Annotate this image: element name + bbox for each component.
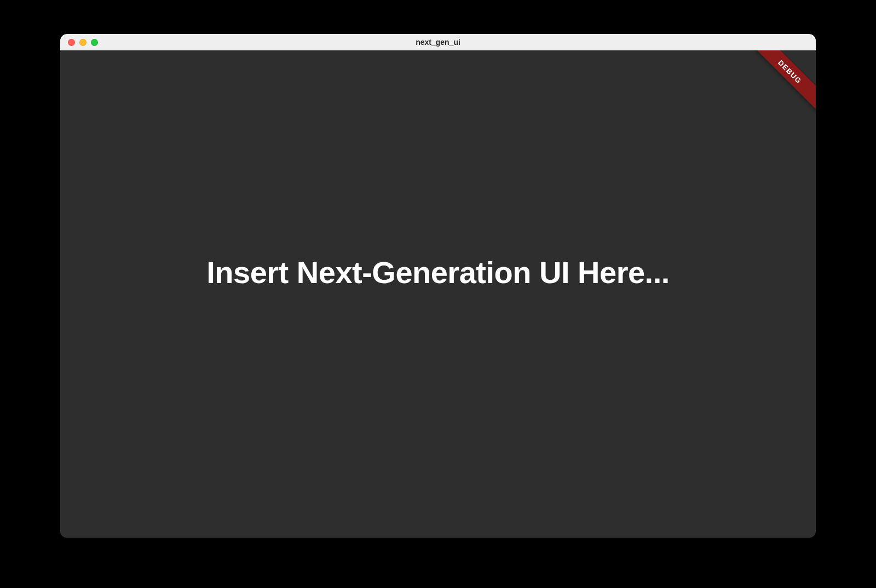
close-button[interactable] xyxy=(68,39,75,46)
minimize-button[interactable] xyxy=(79,39,87,46)
window-controls xyxy=(60,39,98,46)
placeholder-label: Insert Next-Generation UI Here... xyxy=(206,255,670,290)
app-window: next_gen_ui Insert Next-Generation UI He… xyxy=(60,34,816,538)
window-title: next_gen_ui xyxy=(60,38,816,47)
maximize-button[interactable] xyxy=(91,39,98,46)
titlebar: next_gen_ui xyxy=(60,34,816,50)
window-content: Insert Next-Generation UI Here... xyxy=(60,50,816,538)
